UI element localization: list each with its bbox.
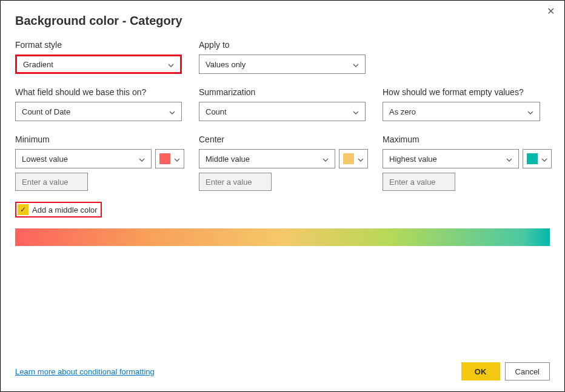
apply-to-select[interactable]: Values only bbox=[199, 55, 366, 74]
center-mode-select[interactable]: Middle value bbox=[199, 149, 335, 168]
base-field-label: What field should we base this on? bbox=[15, 87, 182, 97]
add-middle-color-highlight: ✓ Add a middle color bbox=[15, 202, 102, 218]
maximum-label: Maximum bbox=[383, 135, 549, 144]
dialog-footer: Learn more about conditional formatting … bbox=[15, 362, 550, 380]
add-middle-color-label: Add a middle color bbox=[32, 205, 98, 214]
maximum-value-input[interactable] bbox=[383, 173, 455, 191]
apply-to-group: Apply to Values only bbox=[199, 40, 366, 74]
minimum-color-swatch bbox=[159, 153, 170, 164]
add-middle-color-row: ✓ Add a middle color bbox=[15, 202, 550, 218]
close-button[interactable]: ✕ bbox=[543, 5, 558, 18]
background-color-dialog: ✕ Background color - Category Format sty… bbox=[0, 0, 565, 392]
gradient-preview bbox=[15, 228, 550, 246]
chevron-down-icon bbox=[541, 154, 547, 164]
base-field-value: Count of Date bbox=[22, 107, 70, 116]
ok-button[interactable]: OK bbox=[461, 362, 500, 380]
format-style-value: Gradient bbox=[23, 60, 53, 69]
minimum-group: Minimum Lowest value bbox=[15, 135, 182, 191]
maximum-mode-select[interactable]: Highest value bbox=[383, 149, 519, 168]
center-value-input[interactable] bbox=[199, 173, 272, 191]
summarization-value: Count bbox=[206, 107, 227, 116]
maximum-color-picker[interactable] bbox=[523, 149, 552, 168]
center-color-picker[interactable] bbox=[339, 149, 368, 168]
maximum-group: Maximum Highest value bbox=[383, 135, 549, 191]
center-mode-value: Middle value bbox=[206, 154, 250, 164]
center-group: Center Middle value bbox=[199, 135, 366, 191]
chevron-down-icon bbox=[527, 107, 533, 116]
row-format-apply: Format style Gradient Apply to Values on… bbox=[15, 40, 550, 74]
cancel-button[interactable]: Cancel bbox=[505, 362, 550, 380]
maximum-color-swatch bbox=[527, 153, 538, 164]
row-min-center-max: Minimum Lowest value Center Middle value bbox=[15, 135, 550, 191]
chevron-down-icon bbox=[358, 154, 364, 164]
footer-buttons: OK Cancel bbox=[461, 362, 550, 380]
summarization-group: Summarization Count bbox=[199, 87, 366, 121]
maximum-mode-value: Highest value bbox=[389, 154, 437, 164]
chevron-down-icon bbox=[169, 107, 175, 116]
close-icon: ✕ bbox=[547, 6, 555, 16]
row-base-summary-empty: What field should we base this on? Count… bbox=[15, 87, 550, 121]
learn-more-link[interactable]: Learn more about conditional formatting bbox=[15, 367, 155, 376]
base-field-select[interactable]: Count of Date bbox=[15, 102, 182, 121]
summarization-label: Summarization bbox=[199, 87, 366, 97]
apply-to-value: Values only bbox=[206, 60, 246, 69]
chevron-down-icon bbox=[174, 154, 180, 164]
center-label: Center bbox=[199, 135, 366, 144]
summarization-select[interactable]: Count bbox=[199, 102, 366, 121]
format-style-label: Format style bbox=[15, 40, 182, 50]
empty-values-value: As zero bbox=[389, 107, 416, 116]
minimum-mode-value: Lowest value bbox=[22, 154, 68, 164]
format-style-group: Format style Gradient bbox=[15, 40, 182, 74]
chevron-down-icon bbox=[139, 154, 145, 164]
chevron-down-icon bbox=[168, 60, 174, 69]
minimum-value-input[interactable] bbox=[15, 173, 88, 191]
add-middle-color-checkbox[interactable]: ✓ bbox=[18, 204, 28, 215]
empty-values-select[interactable]: As zero bbox=[383, 102, 540, 121]
minimum-label: Minimum bbox=[15, 135, 182, 144]
dialog-title: Background color - Category bbox=[15, 14, 550, 28]
chevron-down-icon bbox=[353, 107, 359, 116]
center-color-swatch bbox=[343, 153, 354, 164]
minimum-color-picker[interactable] bbox=[155, 149, 184, 168]
base-field-group: What field should we base this on? Count… bbox=[15, 87, 182, 121]
chevron-down-icon bbox=[506, 154, 512, 164]
empty-values-label: How should we format empty values? bbox=[383, 87, 540, 97]
check-icon: ✓ bbox=[20, 205, 26, 214]
format-style-select[interactable]: Gradient bbox=[15, 55, 182, 74]
chevron-down-icon bbox=[353, 60, 359, 69]
empty-values-group: How should we format empty values? As ze… bbox=[383, 87, 540, 121]
minimum-mode-select[interactable]: Lowest value bbox=[15, 149, 152, 168]
apply-to-label: Apply to bbox=[199, 40, 366, 50]
chevron-down-icon bbox=[323, 154, 329, 164]
